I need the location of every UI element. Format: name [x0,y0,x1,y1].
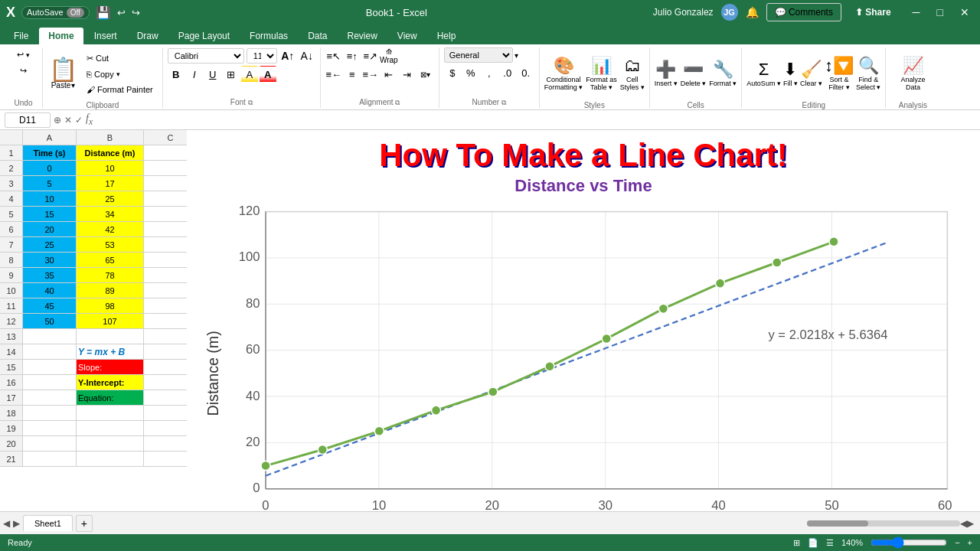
conditional-formatting-button[interactable]: 🎨 ConditionalFormatting ▾ [544,47,583,99]
maximize-button[interactable]: □ [933,6,948,18]
col-header-a[interactable]: A [23,130,77,145]
clear-button[interactable]: 🧹 Clear ▾ [800,47,822,99]
view-layout-icon[interactable]: 📄 [808,538,818,548]
cut-button[interactable]: ✂ Cut [82,51,158,66]
cell-b4[interactable]: 25 [77,191,144,206]
tab-data[interactable]: Data [299,28,336,44]
fill-color-button[interactable]: A [241,66,258,83]
add-sheet-button[interactable]: + [76,515,93,532]
number-format-dropdown[interactable]: ▾ [514,51,518,60]
number-format-selector[interactable]: General [444,47,513,63]
row-num-2[interactable]: 2 [0,161,23,175]
wrap-text-button[interactable]: ⟰ Wrap [381,47,397,64]
cell-b14[interactable]: Y = mx + B [77,344,144,359]
tab-page-layout[interactable]: Page Layout [169,28,239,44]
fill-button[interactable]: ⬇ Fill ▾ [783,47,798,99]
cell-b9[interactable]: 78 [77,268,144,282]
zoom-out-icon[interactable]: − [955,538,959,547]
cell-b11[interactable]: 98 [77,298,144,313]
tab-review[interactable]: Review [338,28,386,44]
font-grow-button[interactable]: A↑ [279,47,296,64]
format-painter-button[interactable]: 🖌 Format Painter [82,83,158,96]
find-select-button[interactable]: 🔍 Find &Select ▾ [856,47,881,99]
font-shrink-button[interactable]: A↓ [299,47,315,64]
quick-access-undo[interactable]: ↩ [117,7,126,18]
function-wizard-icon[interactable]: ⊕ [54,115,61,126]
align-center-button[interactable]: ≡ [344,66,361,83]
insert-function-icon[interactable]: fx [86,112,93,127]
analyze-data-button[interactable]: 📈 AnalyzeData [900,47,925,99]
cell-b1[interactable]: Distance (m) [77,145,144,160]
format-cells-button[interactable]: 🔧 Format ▾ [709,47,737,99]
navigate-left-icon[interactable]: ◀ [3,518,10,529]
sort-filter-button[interactable]: ↕🔽 Sort &Filter ▾ [825,47,854,99]
confirm-formula-icon[interactable]: ✓ [75,115,83,126]
cell-a2[interactable]: 0 [23,161,77,175]
cell-b15[interactable]: Slope: [77,360,144,374]
undo-button[interactable]: ↩ ▾ [12,47,34,62]
align-left-button[interactable]: ≡← [325,66,342,83]
indent-left-button[interactable]: ⇤ [381,66,397,83]
autosave-toggle[interactable]: AutoSave Off [21,6,90,19]
redo-button[interactable]: ↪ [15,64,31,78]
quick-access-save[interactable]: 💾 [96,5,111,20]
cell-a12[interactable]: 50 [23,314,77,328]
bold-button[interactable]: B [168,66,185,83]
align-top-left[interactable]: ≡↖ [325,47,342,64]
tab-insert[interactable]: Insert [85,28,126,44]
cell-reference-box[interactable] [5,112,51,128]
align-top-center[interactable]: ≡↑ [344,47,361,64]
delete-cells-button[interactable]: ➖ Delete ▾ [681,47,707,99]
view-normal-icon[interactable]: ⊞ [793,538,800,548]
cell-styles-button[interactable]: 🗂 CellStyles ▾ [620,47,645,99]
cell-a9[interactable]: 35 [23,268,77,282]
cell-b16[interactable]: Y-Intercept: [77,375,144,390]
cell-a3[interactable]: 5 [23,176,77,191]
cell-b17[interactable]: Equation: [77,390,144,405]
cell-a8[interactable]: 30 [23,253,77,267]
cell-a11[interactable]: 45 [23,298,77,313]
view-preview-icon[interactable]: ☰ [826,538,834,548]
cell-b6[interactable]: 42 [77,222,144,236]
copy-button[interactable]: ⎘ Copy ▾ [82,67,158,81]
cell-b2[interactable]: 10 [77,161,144,175]
col-header-b[interactable]: B [77,130,144,145]
merge-center-button[interactable]: ⊠▾ [417,66,434,83]
indent-right-button[interactable]: ⇥ [399,66,416,83]
zoom-in-icon[interactable]: + [968,538,972,547]
cell-b3[interactable]: 17 [77,176,144,191]
font-size-selector[interactable]: 11 [247,48,277,64]
tab-file[interactable]: File [5,28,38,44]
font-family-selector[interactable]: Calibri [168,48,244,64]
cell-b12[interactable]: 107 [77,314,144,328]
ribbon-display-icon[interactable]: 🔔 [746,6,759,18]
tab-home[interactable]: Home [39,28,83,44]
cancel-formula-icon[interactable]: ✕ [64,115,72,126]
cell-b10[interactable]: 89 [77,283,144,298]
border-button[interactable]: ⊞ [223,66,240,83]
share-button[interactable]: ⬆ Share [846,4,900,21]
cell-a4[interactable]: 10 [23,191,77,206]
navigate-right-icon[interactable]: ▶ [13,518,20,529]
cell-a6[interactable]: 20 [23,222,77,236]
format-as-table-button[interactable]: 📊 Format asTable ▾ [586,47,617,99]
comma-button[interactable]: , [481,64,498,81]
quick-access-redo[interactable]: ↪ [132,7,140,18]
horizontal-scrollbar[interactable] [807,520,960,527]
cell-b5[interactable]: 34 [77,207,144,221]
cell-a10[interactable]: 40 [23,283,77,298]
font-color-button[interactable]: A [260,66,276,83]
row-num-1[interactable]: 1 [0,145,23,160]
decimal-decrease-button[interactable]: 0. [518,64,534,81]
insert-cells-button[interactable]: ➕ Insert ▾ [655,47,678,99]
cell-b8[interactable]: 65 [77,253,144,267]
paste-button[interactable]: Paste ▾ [51,81,76,90]
decimal-increase-button[interactable]: .0 [499,64,516,81]
sheet-tab-sheet1[interactable]: Sheet1 [23,515,73,531]
minimize-button[interactable]: ─ [908,6,925,18]
italic-button[interactable]: I [186,66,203,83]
tab-view[interactable]: View [388,28,426,44]
tab-help[interactable]: Help [428,28,466,44]
align-top-right[interactable]: ≡↗ [362,47,379,64]
percent-button[interactable]: % [462,64,479,81]
